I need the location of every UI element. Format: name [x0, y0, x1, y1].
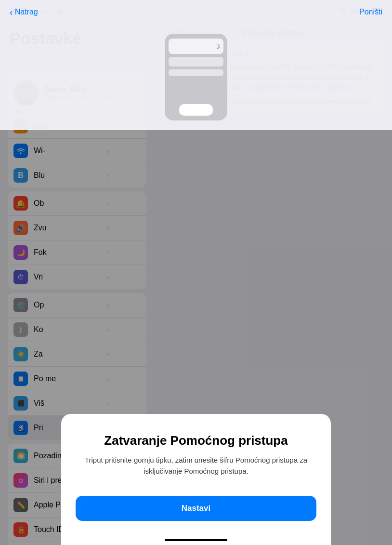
phone-frame: ☽ — [165, 34, 227, 120]
phone-screen-top: ☽ — [169, 39, 223, 54]
modal-back-chevron-icon: ‹ — [10, 7, 13, 18]
phone-moon-icon: ☽ — [214, 42, 221, 50]
modal-top-panel: ‹ Natrag Poništi — [0, 0, 392, 24]
phone-screen-mid2 — [169, 69, 223, 76]
bottom-sheet-desc: Triput pritisnite gornju tipku, zatim un… — [76, 455, 316, 477]
bottom-sheet-title: Zatvaranje Pomoćnog pristupa — [76, 433, 316, 448]
phone-spacer — [169, 79, 223, 101]
modal-overlay: ‹ Natrag Poništi ☽ Zatvaranje Pomoćnog p… — [0, 0, 392, 545]
modal-cancel-button[interactable]: Poništi — [359, 8, 382, 16]
phone-screen-mid — [169, 57, 223, 66]
phone-illustration: ☽ — [0, 24, 392, 130]
modal-back-button[interactable]: ‹ Natrag — [10, 7, 38, 18]
bottom-sheet: Zatvaranje Pomoćnog pristupa Triput prit… — [61, 414, 331, 545]
phone-home-button — [179, 104, 213, 116]
home-indicator — [165, 539, 227, 541]
continue-button[interactable]: Nastavi — [76, 496, 316, 521]
